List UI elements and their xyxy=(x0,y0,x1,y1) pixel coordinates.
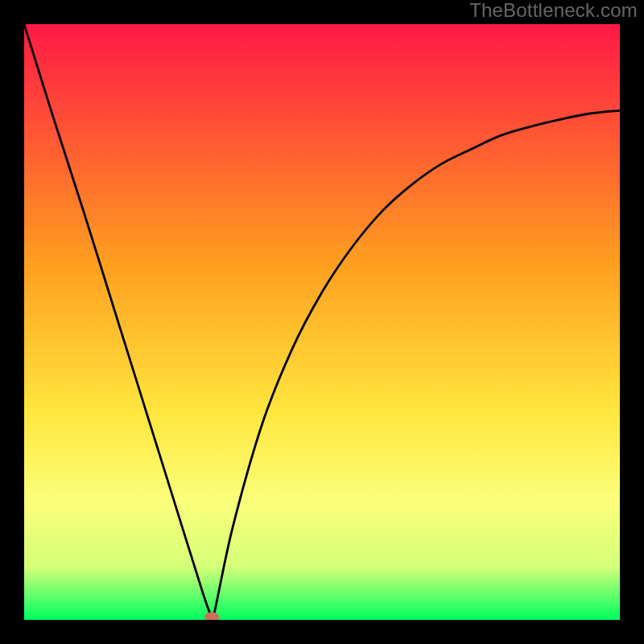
watermark-text: TheBottleneck.com xyxy=(469,0,638,22)
chart-svg xyxy=(24,24,620,620)
plot-area xyxy=(24,24,620,620)
gradient-background xyxy=(24,24,620,620)
chart-frame: TheBottleneck.com xyxy=(0,0,644,644)
